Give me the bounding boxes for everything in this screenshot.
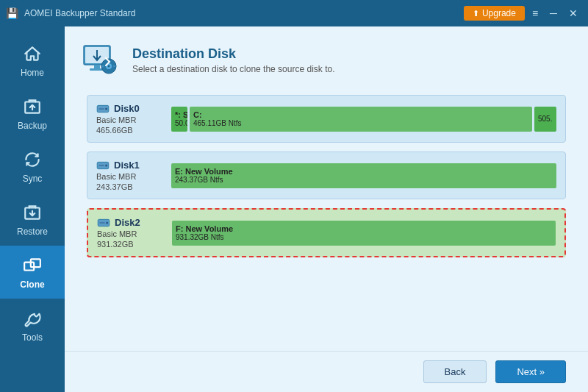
sidebar-sync-label: Sync bbox=[23, 174, 43, 184]
disk-item-1[interactable]: Disk1 Basic MBR 243.37GB E: New Volume 2… bbox=[87, 152, 566, 199]
minimize-button[interactable]: ─ bbox=[545, 6, 562, 21]
content-area: Destination Disk Select a destination di… bbox=[65, 26, 588, 392]
sidebar-clone-label: Clone bbox=[20, 279, 44, 290]
upgrade-icon: ⬆ bbox=[473, 9, 479, 18]
sidebar-backup-label: Backup bbox=[18, 121, 47, 131]
svg-point-13 bbox=[105, 107, 107, 110]
hdd-icon-2 bbox=[97, 218, 110, 228]
sidebar-home-label: Home bbox=[21, 68, 44, 78]
disk0-size: 465.66GB bbox=[96, 126, 162, 135]
disk-item-0[interactable]: Disk0 Basic MBR 465.66GB *: S 50.0 C: 46… bbox=[87, 95, 566, 143]
svg-rect-2 bbox=[24, 263, 34, 271]
backup-icon bbox=[21, 96, 43, 118]
svg-point-11 bbox=[108, 65, 110, 68]
disk1-partitions: E: New Volume 243.37GB Ntfs bbox=[171, 163, 556, 188]
title-bar-right: ⬆ Upgrade ≡ ─ ✕ bbox=[464, 6, 582, 21]
svg-point-19 bbox=[106, 221, 108, 224]
footer: Back Next » bbox=[65, 351, 588, 392]
disk0-partitions: *: S 50.0 C: 465.11GB Ntfs 505. bbox=[171, 107, 556, 132]
sync-icon bbox=[21, 149, 43, 171]
sidebar-tools-label: Tools bbox=[22, 332, 43, 343]
app-title: AOMEI Backupper Standard bbox=[24, 8, 135, 18]
menu-button[interactable]: ≡ bbox=[528, 6, 542, 21]
title-bar-left: 💾 AOMEI Backupper Standard bbox=[6, 7, 135, 19]
sidebar-item-restore[interactable]: Restore bbox=[0, 193, 65, 246]
sidebar: Home Backup Syn bbox=[0, 26, 65, 392]
tools-icon bbox=[21, 307, 43, 329]
app-logo-icon: 💾 bbox=[6, 7, 18, 19]
disk1-name-label: Disk1 bbox=[114, 160, 140, 171]
sidebar-item-backup[interactable]: Backup bbox=[0, 87, 65, 140]
disk0-partition-main: C: 465.11GB Ntfs bbox=[190, 107, 532, 132]
disk2-name-row: Disk2 bbox=[97, 217, 163, 228]
disk0-name-label: Disk0 bbox=[114, 103, 140, 114]
next-button[interactable]: Next » bbox=[495, 360, 566, 383]
disk1-name-row: Disk1 bbox=[96, 160, 162, 171]
disk0-info: Disk0 Basic MBR 465.66GB bbox=[96, 103, 162, 135]
disk1-size: 243.37GB bbox=[96, 182, 162, 191]
sidebar-item-sync[interactable]: Sync bbox=[0, 140, 65, 193]
disk0-type: Basic MBR bbox=[96, 115, 162, 124]
back-button[interactable]: Back bbox=[423, 360, 487, 383]
disk2-size: 931.32GB bbox=[97, 240, 163, 249]
destination-disk-icon bbox=[79, 40, 121, 81]
home-icon bbox=[21, 43, 43, 65]
header-text: Destination Disk Select a destination di… bbox=[132, 46, 335, 74]
disk2-name-label: Disk2 bbox=[115, 217, 140, 228]
sidebar-item-tools[interactable]: Tools bbox=[0, 299, 65, 352]
restore-icon bbox=[21, 202, 43, 224]
disk0-partition-small: 505. bbox=[534, 107, 556, 132]
hdd-icon-0 bbox=[96, 104, 110, 114]
disk0-partition-system: *: S 50.0 bbox=[171, 107, 187, 132]
upgrade-button[interactable]: ⬆ Upgrade bbox=[464, 6, 525, 21]
clone-icon bbox=[21, 254, 43, 277]
disk-list: Disk0 Basic MBR 465.66GB *: S 50.0 C: 46… bbox=[65, 91, 588, 351]
page-title: Destination Disk bbox=[132, 46, 335, 62]
disk1-info: Disk1 Basic MBR 243.37GB bbox=[96, 160, 162, 191]
title-bar: 💾 AOMEI Backupper Standard ⬆ Upgrade ≡ ─… bbox=[0, 0, 588, 26]
main-layout: Home Backup Syn bbox=[0, 26, 588, 392]
disk0-name-row: Disk0 bbox=[96, 103, 162, 114]
sidebar-item-clone[interactable]: Clone bbox=[0, 246, 65, 299]
sidebar-item-home[interactable]: Home bbox=[0, 34, 65, 87]
disk2-partition-main: F: New Volume 931.32GB Ntfs bbox=[172, 221, 556, 246]
svg-point-16 bbox=[105, 164, 107, 166]
disk1-partition-main: E: New Volume 243.37GB Ntfs bbox=[171, 163, 556, 188]
disk2-partitions: F: New Volume 931.32GB Ntfs bbox=[172, 221, 556, 246]
hdd-icon-1 bbox=[96, 160, 110, 171]
disk1-type: Basic MBR bbox=[96, 172, 162, 181]
disk2-type: Basic MBR bbox=[97, 229, 163, 238]
page-subtitle: Select a destination disk to clone the s… bbox=[132, 64, 335, 74]
disk-item-2[interactable]: Disk2 Basic MBR 931.32GB F: New Volume 9… bbox=[87, 208, 566, 257]
page-header: Destination Disk Select a destination di… bbox=[65, 26, 588, 91]
close-button[interactable]: ✕ bbox=[564, 6, 582, 21]
sidebar-restore-label: Restore bbox=[17, 227, 48, 237]
disk2-info: Disk2 Basic MBR 931.32GB bbox=[97, 217, 163, 249]
